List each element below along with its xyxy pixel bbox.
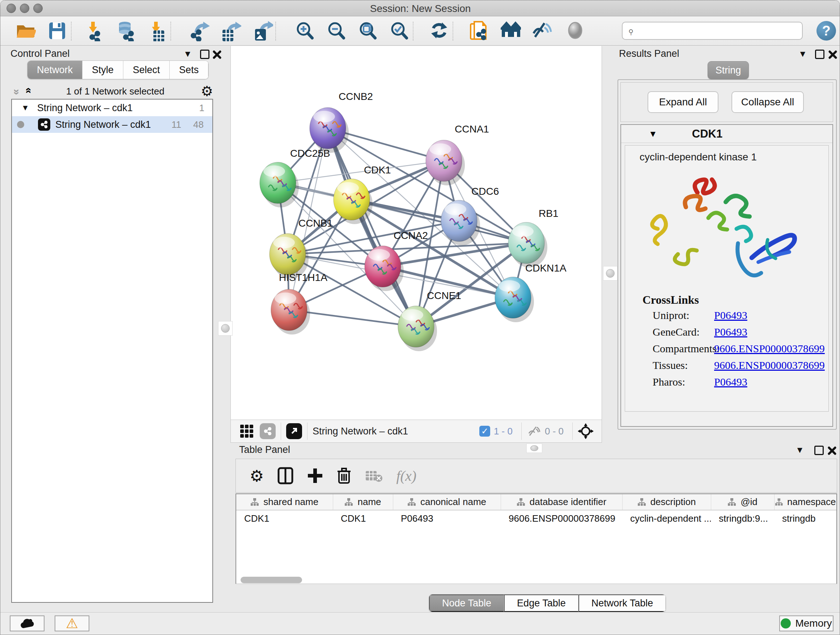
- cloud-icon[interactable]: [10, 616, 44, 631]
- node-CCNB2[interactable]: [309, 108, 349, 153]
- help-icon[interactable]: ?: [816, 21, 836, 41]
- export-network-icon[interactable]: [188, 20, 211, 42]
- column-header-description[interactable]: description: [622, 494, 711, 510]
- crosslink-value-link[interactable]: 9606.ENSP00000378699: [714, 342, 825, 355]
- network-options-gear-icon[interactable]: ⚙: [201, 83, 213, 99]
- table-cell[interactable]: CDK1: [333, 510, 393, 527]
- tab-select[interactable]: Select: [123, 61, 170, 79]
- column-header-namespace[interactable]: namespace: [774, 494, 836, 510]
- crosslink-value-link[interactable]: P06493: [714, 326, 747, 338]
- delete-table-icon[interactable]: [365, 469, 382, 483]
- column-header-canonical-name[interactable]: canonical name: [393, 494, 501, 510]
- add-column-icon[interactable]: [307, 468, 323, 484]
- export-table-icon[interactable]: [219, 20, 243, 42]
- table-cell[interactable]: P06493: [393, 510, 501, 527]
- hierarchy-icon: [775, 498, 783, 507]
- import-network-file-icon[interactable]: [83, 20, 106, 42]
- node-CCNA2[interactable]: [365, 246, 404, 291]
- birds-eye-view-icon[interactable]: [240, 424, 253, 438]
- node-CDC25B[interactable]: [260, 162, 299, 207]
- search-input[interactable]: [634, 24, 802, 38]
- open-in-new-window-icon[interactable]: [286, 423, 302, 439]
- node-CDKN1A[interactable]: [495, 277, 534, 322]
- table-cell[interactable]: 9606.ENSP00000378699: [501, 510, 622, 527]
- column-header-name[interactable]: name: [333, 494, 393, 510]
- refresh-icon[interactable]: [428, 20, 451, 42]
- expand-all-button[interactable]: Expand All: [647, 91, 718, 113]
- table-row[interactable]: CDK1CDK1P064939606.ENSP00000378699cyclin…: [236, 510, 836, 527]
- table-panel: Table Panel ▼ ⚙ f(x) shared namename: [235, 443, 838, 611]
- crosslink-value-link[interactable]: P06493: [714, 309, 747, 321]
- table-settings-gear-icon[interactable]: ⚙: [249, 467, 264, 485]
- network-canvas[interactable]: CCNB2CCNA1CDC25BCDK1CDC6RB1CCNB1CCNA2CDK…: [231, 46, 602, 420]
- toolbar-separator: [71, 22, 72, 41]
- crosslink-row: Tissues:9606.ENSP00000378699: [653, 359, 823, 371]
- tab-string[interactable]: String: [707, 61, 749, 79]
- zoom-selected-icon[interactable]: [388, 20, 411, 42]
- node-CDC6[interactable]: [441, 200, 480, 245]
- open-session-icon[interactable]: [14, 20, 37, 42]
- search-field[interactable]: ⌕: [622, 22, 803, 40]
- table-cell[interactable]: cyclin-dependent ...: [622, 510, 711, 527]
- column-header-database-identifier[interactable]: database identifier: [501, 494, 622, 510]
- tree-caret-icon[interactable]: ▼: [21, 103, 29, 112]
- show-columns-icon[interactable]: [278, 467, 294, 485]
- node-HIST1H1A[interactable]: [271, 289, 310, 334]
- tab-node-table[interactable]: Node Table: [429, 594, 504, 612]
- node-CCNA1[interactable]: [426, 140, 465, 185]
- zoom-in-icon[interactable]: [294, 20, 317, 42]
- table-panel-menu-icon[interactable]: ▼: [796, 445, 804, 455]
- protein-section-header[interactable]: ▼ CDK1: [621, 125, 832, 143]
- collapse-all-button[interactable]: Collapse All: [731, 91, 804, 113]
- import-network-database-icon[interactable]: [115, 20, 138, 42]
- tab-network[interactable]: Network: [27, 61, 82, 79]
- node-CDK1[interactable]: [333, 179, 373, 224]
- protein-name: CDK1: [692, 127, 722, 141]
- table-cell[interactable]: CDK1: [236, 510, 333, 527]
- edge-CCNB2-CCNE1[interactable]: [328, 128, 416, 326]
- memory-button[interactable]: Memory: [779, 616, 834, 631]
- string-import-icon[interactable]: [468, 20, 491, 42]
- string-home-icon[interactable]: [499, 20, 523, 42]
- zoom-fit-icon[interactable]: [356, 20, 379, 42]
- crosslink-value-link[interactable]: P06493: [714, 376, 747, 388]
- fit-selected-crosshair-icon[interactable]: [578, 423, 594, 439]
- table-horizontal-scrollbar[interactable]: [240, 577, 302, 583]
- hidden-eye-icon[interactable]: [527, 425, 541, 437]
- results-panel-menu-icon[interactable]: ▼: [798, 49, 807, 59]
- network-row[interactable]: String Network – cdk1 11 48: [12, 116, 212, 133]
- section-caret-icon[interactable]: ▼: [649, 129, 657, 139]
- delete-column-trash-icon[interactable]: [337, 467, 351, 485]
- table-cell[interactable]: stringdb:9...: [711, 510, 774, 527]
- control-panel-float-icon[interactable]: [200, 50, 210, 59]
- table-cell[interactable]: stringdb: [774, 510, 836, 527]
- string-hide-icon[interactable]: [531, 20, 554, 42]
- node-RB1[interactable]: [508, 222, 547, 268]
- selected-checkbox-icon[interactable]: ✓: [479, 426, 490, 437]
- node-CCNE1[interactable]: [398, 306, 437, 351]
- network-share-icon[interactable]: [260, 423, 276, 439]
- network-collection-row[interactable]: ▼ String Network – cdk1 1: [12, 100, 212, 116]
- table-panel-float-icon[interactable]: [814, 446, 824, 455]
- tab-sets[interactable]: Sets: [170, 61, 208, 79]
- protein-structure-image: [643, 167, 810, 290]
- function-builder-icon[interactable]: f(x): [396, 467, 416, 485]
- tab-style[interactable]: Style: [82, 61, 123, 79]
- control-panel-menu-icon[interactable]: ▼: [183, 49, 192, 59]
- crosslink-value-link[interactable]: 9606.ENSP00000378699: [714, 359, 825, 371]
- save-session-icon[interactable]: [46, 20, 69, 42]
- tab-edge-table[interactable]: Edge Table: [504, 594, 578, 612]
- string-orb-icon[interactable]: [564, 20, 587, 42]
- node-table[interactable]: shared namenamecanonical namedatabase id…: [235, 494, 837, 584]
- results-panel-float-icon[interactable]: [815, 50, 824, 59]
- tab-network-table[interactable]: Network Table: [578, 594, 666, 612]
- import-table-icon[interactable]: [146, 20, 169, 42]
- toolbar-separator: [171, 22, 171, 41]
- left-splitter-handle[interactable]: [218, 321, 233, 336]
- zoom-out-icon[interactable]: [325, 20, 348, 42]
- export-image-icon[interactable]: [251, 20, 275, 42]
- column-header-shared-name[interactable]: shared name: [236, 494, 333, 510]
- warning-icon[interactable]: ⚠: [55, 616, 89, 631]
- expand-all-icon[interactable]: »: [21, 89, 34, 94]
- column-header--id[interactable]: @id: [711, 494, 774, 510]
